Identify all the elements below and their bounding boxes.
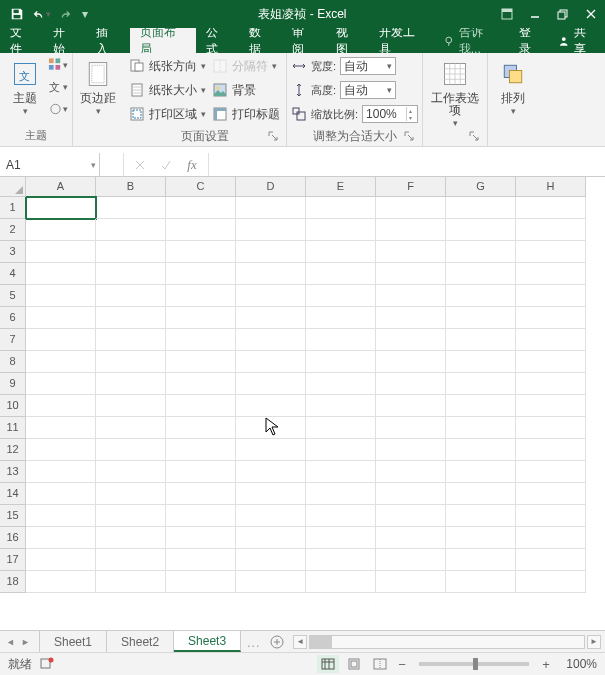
cell[interactable] [96,329,166,351]
theme-colors-button[interactable]: ▾ [48,56,68,74]
cell[interactable] [516,373,586,395]
cell[interactable] [96,395,166,417]
cell[interactable] [166,417,236,439]
cell[interactable] [516,263,586,285]
cell[interactable] [96,285,166,307]
print-area-button[interactable]: 打印区域▾ [127,104,208,124]
view-normal-button[interactable] [317,655,339,673]
cell[interactable] [236,329,306,351]
sheet-nav-next[interactable]: ► [21,637,30,647]
cell[interactable] [446,351,516,373]
cell[interactable] [376,527,446,549]
cell[interactable] [166,263,236,285]
cell[interactable] [236,307,306,329]
row-header[interactable]: 10 [0,395,26,417]
cell[interactable] [26,351,96,373]
cell[interactable] [236,285,306,307]
cell[interactable] [166,285,236,307]
paper-size-button[interactable]: 纸张大小▾ [127,80,208,100]
cell[interactable] [166,219,236,241]
column-header[interactable]: F [376,177,446,197]
print-titles-button[interactable]: 打印标题 [210,104,282,124]
zoom-slider-thumb[interactable] [473,658,478,670]
cell[interactable] [96,241,166,263]
name-box[interactable]: A1 ▾ [0,153,100,176]
margins-button[interactable]: 页边距▾ [77,56,119,117]
name-box-resize[interactable] [100,153,124,176]
tab-page-layout[interactable]: 页面布局 [130,28,196,53]
tab-insert[interactable]: 插入 [86,28,129,53]
cell[interactable] [26,571,96,593]
cell[interactable] [376,505,446,527]
share-button[interactable]: 共享 [550,28,605,53]
cell[interactable] [26,439,96,461]
cell[interactable] [236,197,306,219]
cell[interactable] [446,417,516,439]
cell[interactable] [306,395,376,417]
cell[interactable] [236,505,306,527]
row-header[interactable]: 17 [0,549,26,571]
orientation-button[interactable]: 纸张方向▾ [127,56,208,76]
cell[interactable] [236,373,306,395]
cell[interactable] [26,285,96,307]
cell[interactable] [376,197,446,219]
save-button[interactable] [6,3,28,25]
zoom-percent[interactable]: 100% [557,657,597,671]
cell[interactable] [306,263,376,285]
cell[interactable] [516,285,586,307]
cell[interactable] [26,241,96,263]
restore-button[interactable] [549,1,577,27]
tab-home[interactable]: 开始 [43,28,86,53]
cell[interactable] [96,461,166,483]
ribbon-display-options-button[interactable] [493,1,521,27]
cell[interactable] [446,307,516,329]
cell[interactable] [96,483,166,505]
cell[interactable] [446,527,516,549]
cell[interactable] [446,439,516,461]
column-header[interactable]: E [306,177,376,197]
cell[interactable] [306,417,376,439]
cell[interactable] [306,571,376,593]
cell[interactable] [166,241,236,263]
zoom-slider[interactable] [419,662,529,666]
cell[interactable] [306,351,376,373]
cell[interactable] [96,417,166,439]
cell[interactable] [26,461,96,483]
cell[interactable] [446,373,516,395]
cell[interactable] [376,549,446,571]
cell[interactable] [166,461,236,483]
macro-record-button[interactable] [40,656,54,673]
cell[interactable] [26,505,96,527]
cell[interactable] [96,373,166,395]
hscroll-left[interactable]: ◄ [293,635,307,649]
sheet-options-button[interactable]: 工作表选项▾ [427,56,483,129]
breaks-button[interactable]: 分隔符▾ [210,56,282,76]
cell[interactable] [516,439,586,461]
cell[interactable] [166,439,236,461]
cell[interactable] [96,263,166,285]
row-header[interactable]: 15 [0,505,26,527]
tab-view[interactable]: 视图 [326,28,369,53]
zoom-in-button[interactable]: + [539,657,553,672]
view-page-break-button[interactable] [369,655,391,673]
row-header[interactable]: 13 [0,461,26,483]
row-header[interactable]: 14 [0,483,26,505]
cell[interactable] [516,483,586,505]
cell[interactable] [376,285,446,307]
row-header[interactable]: 16 [0,527,26,549]
close-button[interactable] [577,1,605,27]
sheet-tab-3[interactable]: Sheet3 [174,631,241,652]
cell[interactable] [306,527,376,549]
cell[interactable] [376,395,446,417]
cell[interactable] [516,549,586,571]
cell[interactable] [446,329,516,351]
cell[interactable] [236,461,306,483]
themes-button[interactable]: 文 主题▾ [4,56,46,117]
cell[interactable] [516,307,586,329]
cell[interactable] [96,197,166,219]
cell[interactable] [26,417,96,439]
tab-data[interactable]: 数据 [239,28,282,53]
qat-customize-icon[interactable]: ▾ [78,3,92,25]
minimize-button[interactable] [521,1,549,27]
cell[interactable] [376,439,446,461]
